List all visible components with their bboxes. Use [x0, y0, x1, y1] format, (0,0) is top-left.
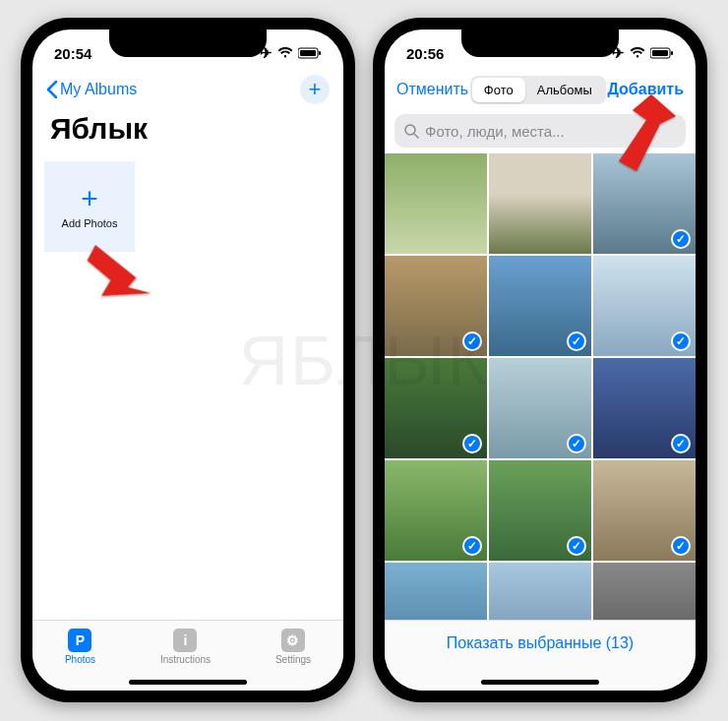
photo-thumbnail[interactable]: ✓: [489, 563, 591, 620]
tab-icon: ⚙: [281, 629, 305, 652]
tab-settings[interactable]: ⚙Settings: [275, 629, 311, 665]
selected-checkmark-icon: ✓: [671, 229, 691, 249]
photo-thumbnail[interactable]: ✓: [385, 358, 487, 458]
svg-rect-4: [652, 50, 668, 56]
phone-left: 20:54 ✈ My Albums + Яблык +: [21, 18, 355, 702]
photo-thumbnail[interactable]: ✓: [593, 153, 696, 254]
photo-thumbnail[interactable]: ✓: [593, 256, 696, 356]
back-label: My Albums: [60, 81, 137, 98]
tab-instructions[interactable]: iInstructions: [160, 629, 211, 665]
tab-label: Settings: [275, 654, 311, 665]
home-indicator: [129, 680, 247, 685]
arrow-annotation: [86, 242, 164, 350]
status-time: 20:54: [54, 45, 91, 62]
photo-thumbnail[interactable]: ✓: [385, 460, 487, 561]
nav-bar: My Albums +: [32, 69, 343, 110]
photo-thumbnail[interactable]: ✓: [593, 563, 696, 620]
notch: [109, 30, 267, 57]
search-placeholder: Фото, люди, места...: [425, 123, 565, 140]
photo-thumbnail[interactable]: ✓: [489, 358, 591, 458]
photo-thumbnail[interactable]: ✓: [593, 460, 696, 561]
notch: [461, 30, 619, 57]
segment-photos[interactable]: Фото: [472, 78, 525, 102]
selected-checkmark-icon: ✓: [567, 434, 586, 453]
tab-photos[interactable]: PPhotos: [65, 629, 95, 665]
chevron-left-icon: [46, 81, 58, 98]
plus-icon: +: [309, 77, 322, 102]
search-field[interactable]: Фото, люди, места...: [394, 114, 686, 148]
svg-rect-5: [671, 51, 673, 55]
new-album-button[interactable]: +: [300, 75, 330, 104]
battery-icon: [650, 47, 674, 59]
cancel-button[interactable]: Отменить: [396, 81, 468, 98]
thumbnail-image: [593, 563, 696, 620]
segmented-control[interactable]: Фото Альбомы: [470, 76, 606, 104]
show-selected-button[interactable]: Показать выбранные (13): [447, 634, 634, 652]
back-button[interactable]: My Albums: [46, 81, 137, 98]
status-time: 20:56: [406, 45, 444, 62]
selected-checkmark-icon: ✓: [462, 331, 482, 351]
selected-checkmark-icon: ✓: [671, 434, 691, 453]
search-icon: [404, 124, 419, 139]
phone-right: 20:56 ✈ Отменить Фото Альбомы Добавить Ф…: [373, 18, 707, 702]
photo-thumbnail[interactable]: ✓: [385, 256, 487, 356]
tab-icon: i: [173, 629, 197, 652]
picker-nav: Отменить Фото Альбомы Добавить: [385, 69, 696, 110]
photo-thumbnail[interactable]: [385, 153, 487, 254]
selected-checkmark-icon: ✓: [671, 331, 691, 351]
home-indicator: [481, 680, 599, 685]
tab-icon: P: [68, 629, 91, 652]
thumbnail-image: [489, 563, 591, 620]
thumbnail-image: [489, 153, 591, 254]
selected-checkmark-icon: ✓: [567, 331, 586, 351]
battery-icon: [298, 47, 322, 59]
svg-rect-1: [300, 50, 316, 56]
selected-checkmark-icon: ✓: [567, 536, 586, 556]
wifi-icon: [630, 47, 645, 59]
photo-thumbnail[interactable]: ✓: [593, 358, 696, 458]
add-button[interactable]: Добавить: [607, 81, 684, 98]
album-title: Яблык: [32, 110, 343, 155]
add-photos-label: Add Photos: [62, 217, 118, 229]
thumbnail-image: [385, 563, 487, 620]
add-photos-tile[interactable]: + Add Photos: [44, 161, 135, 252]
svg-rect-2: [319, 51, 321, 55]
plus-icon: +: [81, 184, 98, 213]
selected-checkmark-icon: ✓: [462, 434, 482, 453]
segment-albums[interactable]: Альбомы: [525, 78, 604, 102]
photo-grid: ✓✓✓✓✓✓✓✓✓✓✓✓✓: [385, 153, 696, 620]
photo-thumbnail[interactable]: ✓: [385, 563, 487, 620]
selected-checkmark-icon: ✓: [462, 536, 482, 556]
photo-thumbnail[interactable]: ✓: [489, 460, 591, 561]
selected-checkmark-icon: ✓: [671, 536, 691, 556]
tab-label: Instructions: [160, 654, 211, 665]
photo-thumbnail[interactable]: [489, 153, 591, 254]
thumbnail-image: [385, 153, 487, 254]
wifi-icon: [277, 47, 293, 59]
svg-line-7: [414, 134, 418, 138]
tab-label: Photos: [65, 654, 95, 665]
photo-thumbnail[interactable]: ✓: [489, 256, 591, 356]
